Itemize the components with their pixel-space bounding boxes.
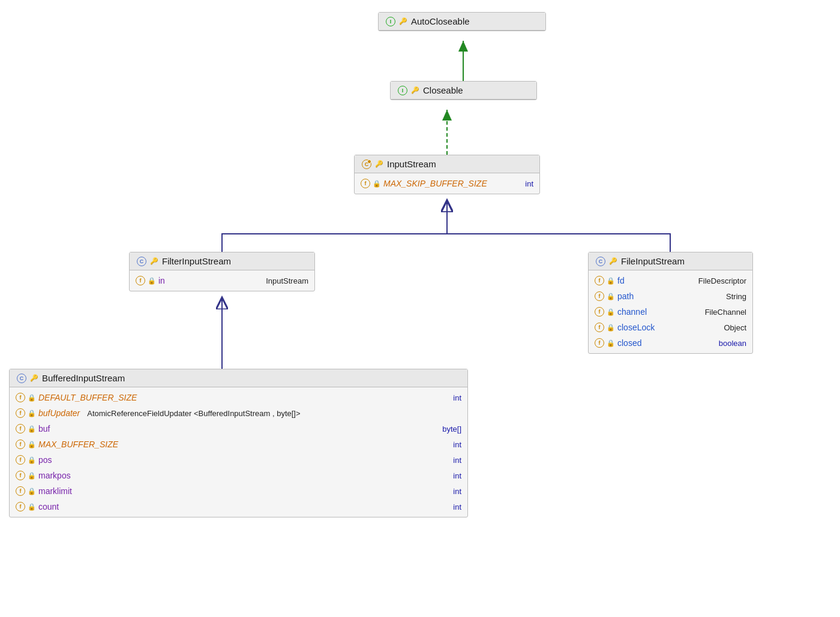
field-row-buffered-3: f 🔒 MAX_BUFFER_SIZE int bbox=[10, 437, 467, 452]
prot-icon: 🔒 bbox=[28, 472, 36, 480]
class-box-filterinputstream: C 🔑 FilterInputStream f 🔒 in InputStream bbox=[129, 252, 315, 291]
interface-icon-autocloseable: I bbox=[386, 17, 395, 26]
field-type: int bbox=[453, 456, 461, 465]
field-name: MAX_BUFFER_SIZE bbox=[38, 440, 118, 449]
field-name: buf bbox=[38, 424, 50, 434]
field-name: closed bbox=[617, 338, 641, 348]
field-type: Object bbox=[724, 323, 746, 332]
field-type: int bbox=[453, 471, 461, 480]
field-row-fileinputstream-0: f 🔒 fd FileDescriptor bbox=[589, 273, 752, 288]
field-row-buffered-1: f 🔒 bufUpdater AtomicReferenceFieldUpdat… bbox=[10, 405, 467, 421]
field-icon: f bbox=[16, 424, 25, 434]
class-icon-inputstream: C bbox=[362, 159, 371, 169]
field-name: in bbox=[158, 276, 165, 285]
field-icon: f bbox=[595, 276, 604, 285]
class-body-bufferedinputstream: f 🔒 DEFAULT_BUFFER_SIZE int f 🔒 bufUpdat… bbox=[10, 387, 467, 517]
field-type: String bbox=[726, 292, 746, 301]
class-body-filterinputstream: f 🔒 in InputStream bbox=[130, 270, 314, 291]
class-box-autocloseable: I 🔑 AutoCloseable bbox=[378, 12, 546, 31]
field-type: int bbox=[453, 487, 461, 496]
class-header-filterinputstream: C 🔑 FilterInputStream bbox=[130, 252, 314, 270]
field-icon: f bbox=[595, 291, 604, 301]
interface-icon-closeable: I bbox=[398, 86, 407, 95]
field-type: InputStream bbox=[266, 276, 308, 285]
class-diagram: I 🔑 AutoCloseable I 🔑 Closeable C 🔑 Inpu… bbox=[0, 0, 840, 617]
field-icon: f bbox=[16, 455, 25, 465]
class-icon-bufferedinputstream: C bbox=[17, 374, 26, 383]
field-name: markpos bbox=[38, 471, 71, 480]
field-icon: f bbox=[16, 471, 25, 480]
field-row-buffered-5: f 🔒 markpos int bbox=[10, 468, 467, 483]
field-name: marklimit bbox=[38, 486, 72, 496]
key-icon-inputstream: 🔑 bbox=[375, 160, 383, 168]
key-icon-bufferedinputstream: 🔑 bbox=[30, 374, 38, 382]
class-box-fileinputstream: C 🔑 FileInputStream f 🔒 fd FileDescripto… bbox=[588, 252, 753, 354]
field-type: int bbox=[453, 440, 461, 449]
class-header-bufferedinputstream: C 🔑 BufferedInputStream bbox=[10, 369, 467, 387]
class-header-inputstream: C 🔑 InputStream bbox=[355, 155, 539, 173]
field-icon: f bbox=[16, 408, 25, 418]
field-name: DEFAULT_BUFFER_SIZE bbox=[38, 393, 137, 402]
class-icon-fileinputstream: C bbox=[596, 257, 605, 266]
class-body-fileinputstream: f 🔒 fd FileDescriptor f 🔒 path String f … bbox=[589, 270, 752, 353]
field-name: MAX_SKIP_BUFFER_SIZE bbox=[383, 179, 487, 188]
field-extra: AtomicReferenceFieldUpdater <BufferedInp… bbox=[87, 409, 300, 418]
field-row-buffered-6: f 🔒 marklimit int bbox=[10, 483, 467, 499]
field-row-fileinputstream-4: f 🔒 closed boolean bbox=[589, 335, 752, 351]
field-row-buffered-2: f 🔒 buf byte[] bbox=[10, 421, 467, 437]
class-header-fileinputstream: C 🔑 FileInputStream bbox=[589, 252, 752, 270]
field-row-filterinputstream-0: f 🔒 in InputStream bbox=[130, 273, 314, 288]
class-box-bufferedinputstream: C 🔑 BufferedInputStream f 🔒 DEFAULT_BUFF… bbox=[9, 369, 468, 517]
field-name: fd bbox=[617, 276, 625, 285]
field-icon: f bbox=[16, 502, 25, 511]
class-name-bufferedinputstream: BufferedInputStream bbox=[42, 373, 125, 383]
key-icon-autocloseable: 🔑 bbox=[399, 17, 407, 25]
field-icon: f bbox=[136, 276, 145, 285]
field-row-fileinputstream-3: f 🔒 closeLock Object bbox=[589, 320, 752, 335]
prot-icon: 🔒 bbox=[28, 456, 36, 464]
lock-icon: 🔒 bbox=[607, 339, 615, 347]
class-name-closeable: Closeable bbox=[423, 85, 463, 95]
field-row-buffered-0: f 🔒 DEFAULT_BUFFER_SIZE int bbox=[10, 390, 467, 405]
field-type: byte[] bbox=[442, 425, 461, 434]
class-box-closeable: I 🔑 Closeable bbox=[390, 81, 537, 100]
field-icon: f bbox=[595, 307, 604, 317]
field-type: boolean bbox=[719, 339, 746, 348]
field-row-fileinputstream-2: f 🔒 channel FileChannel bbox=[589, 304, 752, 320]
class-name-autocloseable: AutoCloseable bbox=[411, 16, 470, 26]
class-icon-filterinputstream: C bbox=[137, 257, 146, 266]
prot-icon: 🔒 bbox=[148, 277, 156, 285]
prot-icon: 🔒 bbox=[28, 425, 36, 433]
class-header-autocloseable: I 🔑 AutoCloseable bbox=[379, 13, 545, 31]
field-name: pos bbox=[38, 455, 52, 465]
prot-icon: 🔒 bbox=[28, 487, 36, 495]
prot-icon: 🔒 bbox=[28, 503, 36, 511]
lock-icon: 🔒 bbox=[607, 324, 615, 332]
field-type: FileChannel bbox=[705, 308, 746, 317]
field-row-buffered-4: f 🔒 pos int bbox=[10, 452, 467, 468]
lock-icon: 🔒 bbox=[28, 410, 36, 417]
field-name: path bbox=[617, 291, 634, 301]
lock-icon: 🔒 bbox=[607, 277, 615, 285]
lock-icon: 🔒 bbox=[28, 394, 36, 402]
field-icon: f bbox=[361, 179, 370, 188]
lock-icon: 🔒 bbox=[607, 293, 615, 300]
field-row-fileinputstream-1: f 🔒 path String bbox=[589, 288, 752, 304]
class-name-fileinputstream: FileInputStream bbox=[621, 256, 685, 266]
key-icon-filterinputstream: 🔑 bbox=[150, 257, 158, 265]
key-icon-closeable: 🔑 bbox=[411, 86, 419, 94]
class-header-closeable: I 🔑 Closeable bbox=[391, 82, 536, 100]
field-name: closeLock bbox=[617, 323, 655, 332]
field-type: FileDescriptor bbox=[698, 276, 746, 285]
lock-icon: 🔒 bbox=[607, 308, 615, 316]
key-icon-fileinputstream: 🔑 bbox=[609, 257, 617, 265]
lock-icon: 🔒 bbox=[373, 180, 381, 188]
field-name: count bbox=[38, 502, 59, 511]
field-icon: f bbox=[595, 338, 604, 348]
field-type: int bbox=[525, 179, 533, 188]
field-row-buffered-7: f 🔒 count int bbox=[10, 499, 467, 514]
field-icon: f bbox=[16, 393, 25, 402]
class-box-inputstream: C 🔑 InputStream f 🔒 MAX_SKIP_BUFFER_SIZE… bbox=[354, 155, 540, 194]
field-type: int bbox=[453, 393, 461, 402]
field-type: int bbox=[453, 502, 461, 511]
